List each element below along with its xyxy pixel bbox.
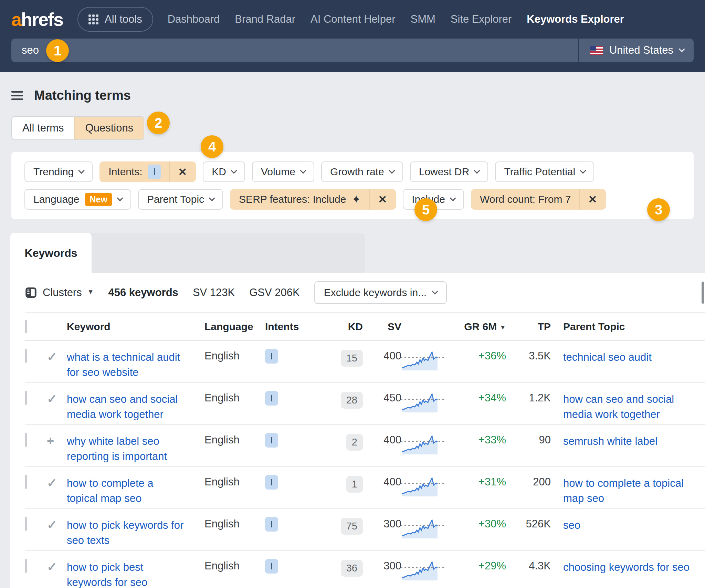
chevron-down-icon [78,167,85,174]
filter-kd[interactable]: KD [203,161,245,182]
keywords-table-body: ✓ what is a technical audit for seo webs… [25,340,705,588]
filter-growth-rate[interactable]: Growth rate [321,161,403,182]
table-row[interactable]: ✓ how to pick keywords for seo texts Eng… [25,508,705,550]
parent-topic-link[interactable]: technical seo audit [563,350,652,365]
keyword-search-bar[interactable]: seo United States [11,39,694,62]
filter-trending[interactable]: Trending [24,161,93,182]
row-status-icon: + [47,434,54,448]
keyword-link[interactable]: how can seo and social media work togeth… [67,392,178,422]
parent-topic-link[interactable]: seo [563,518,580,533]
results-toolbar: Clusters ▼ 456 keywords SV 123K GSV 206K… [25,273,705,313]
table-row[interactable]: + why white label seo reporting is impor… [25,424,705,466]
chevron-down-icon [432,288,438,294]
filter-volume[interactable]: Volume [252,161,314,182]
chevron-down-icon [117,195,123,201]
remove-intents-filter-button[interactable]: ✕ [169,161,195,182]
kd-badge: 75 [341,518,363,535]
kd-badge: 2 [346,434,363,451]
clusters-dropdown[interactable]: Clusters ▼ [25,286,94,299]
filter-intents[interactable]: Intents:I ✕ [99,161,196,182]
remove-serp-features-filter-button[interactable]: ✕ [369,189,395,210]
parent-topic-link[interactable]: semrush white label [563,434,657,449]
keyword-link[interactable]: how to complete a topical map seo [67,476,154,506]
trend-sparkline [401,350,447,370]
apps-grid-icon [88,14,98,24]
chevron-down-icon [474,167,480,174]
parent-topic-link[interactable]: how to complete a topical map seo [563,476,684,506]
nav-item-keywords-explorer[interactable]: Keywords Explorer [527,13,624,25]
filter-parent-topic[interactable]: Parent Topic [138,189,223,210]
tab-keywords[interactable]: Keywords [10,233,92,273]
filter-word-count[interactable]: Word count: From 7 ✕ [471,189,606,210]
filter-lowest-dr[interactable]: Lowest DR [410,161,488,182]
col-header-gr-6m[interactable]: GR 6M▼ [460,313,506,340]
table-row[interactable]: ✓ how to complete a topical map seo Engl… [25,466,705,508]
nav-item-ai-content-helper[interactable]: AI Content Helper [311,13,395,25]
table-row[interactable]: ✓ how can seo and social media work toge… [25,382,705,424]
ahrefs-logo[interactable]: ahrefs [11,9,63,30]
top-nav-links: Dashboard Brand Radar AI Content Helper … [168,13,624,25]
col-header-language[interactable]: Language [204,313,265,340]
col-header-intents[interactable]: Intents [265,313,333,340]
table-header-row: Keyword Language Intents KD SV GR 6M▼ TP… [25,313,705,340]
intent-informational-badge: I [148,165,161,179]
menu-icon[interactable] [11,91,23,100]
language-cell: English [204,550,265,588]
intent-badge: I [265,391,278,406]
row-checkbox[interactable] [25,559,27,573]
trend-sparkline [401,560,447,580]
keywords-table: Keyword Language Intents KD SV GR 6M▼ TP… [25,313,705,588]
row-checkbox[interactable] [25,433,27,447]
sort-desc-icon: ▼ [499,324,506,331]
chevron-down-icon [231,167,237,174]
language-cell: English [204,508,265,550]
exclude-keywords-button[interactable]: Exclude keywords in... [314,281,447,304]
row-checkbox[interactable] [25,391,27,405]
keyword-link[interactable]: how to pick best keywords for seo [67,560,147,588]
table-row[interactable]: ✓ what is a technical audit for seo webs… [25,340,705,382]
filter-traffic-potential[interactable]: Traffic Potential [495,161,594,182]
nav-item-site-explorer[interactable]: Site Explorer [451,13,512,25]
all-tools-button[interactable]: All tools [77,7,153,32]
sv-cell: 300 [363,550,401,588]
nav-item-brand-radar[interactable]: Brand Radar [235,13,295,25]
col-header-keyword[interactable]: Keyword [67,313,204,340]
col-header-tp[interactable]: TP [506,313,551,340]
parent-topic-link[interactable]: choosing keywords for seo [563,560,690,575]
filter-language[interactable]: LanguageNew [24,189,131,210]
intent-badge: I [265,517,278,532]
kd-badge: 28 [341,392,363,409]
keyword-link[interactable]: what is a technical audit for seo websit… [67,350,180,380]
keyword-link[interactable]: why white label seo reporting is importa… [67,434,167,464]
kd-badge: 36 [341,560,363,577]
tp-cell: 90 [506,424,551,466]
kd-badge: 15 [341,350,363,367]
select-all-checkbox[interactable] [25,320,27,333]
col-header-parent-topic[interactable]: Parent Topic [551,313,705,340]
row-checkbox[interactable] [25,517,27,531]
row-checkbox[interactable] [25,475,27,489]
col-header-sv[interactable]: SV [363,313,401,340]
remove-word-count-filter-button[interactable]: ✕ [579,189,606,210]
tab-questions[interactable]: Questions [74,117,144,139]
results-tab-strip: Keywords [10,233,705,273]
clusters-icon [25,286,37,299]
gsv-total: GSV 206K [249,286,299,299]
tab-all-terms[interactable]: All terms [12,117,74,139]
nav-item-smm[interactable]: SMM [411,13,435,25]
country-label: United States [609,44,673,56]
filter-serp-features[interactable]: SERP features: Include✦ ✕ [230,189,396,210]
main-area: Matching terms All terms Questions Trend… [0,72,705,588]
keywords-count: 456 keywords [108,286,178,299]
keyword-link[interactable]: how to pick keywords for seo texts [67,518,183,548]
col-header-kd[interactable]: KD [333,313,363,340]
table-row[interactable]: ✓ how to pick best keywords for seo Engl… [25,550,705,588]
nav-item-dashboard[interactable]: Dashboard [168,13,220,25]
row-checkbox[interactable] [25,349,27,363]
keywords-explorer-page: ahrefs All tools Dashboard Brand Radar A… [0,0,705,588]
country-selector[interactable]: United States [578,39,694,62]
sv-cell: 400 [363,340,401,382]
scrollbar-thumb[interactable] [702,282,704,304]
filters-row-1: Trending Intents:I ✕ KD Volume Growth ra… [24,161,681,182]
parent-topic-link[interactable]: how can seo and social media work togeth… [563,392,674,422]
